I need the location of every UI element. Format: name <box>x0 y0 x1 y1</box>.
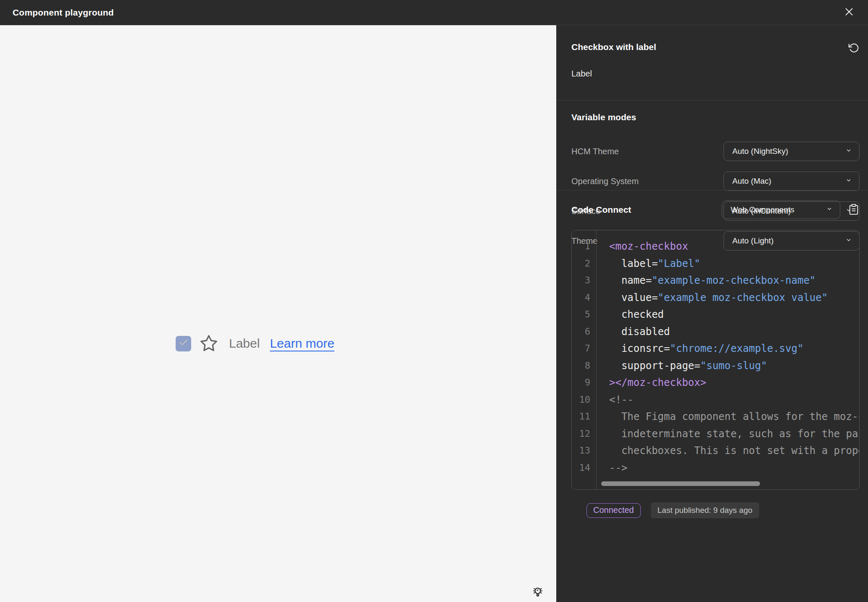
code-token: = <box>694 360 700 372</box>
code-token: "example-moz-checkbox-name" <box>652 275 815 286</box>
code-line: ></moz-checkbox> <box>609 374 859 391</box>
code-language-select[interactable]: Web Components <box>722 201 840 219</box>
code-line-number: 10 <box>572 391 596 409</box>
code-snippet-box: 1234567891011121314 <moz-checkbox label=… <box>571 230 860 490</box>
code-token: name <box>609 275 646 286</box>
code-line-number: 5 <box>572 306 596 323</box>
code-token: iconsrc <box>609 343 664 354</box>
code-token: disabled <box>609 326 670 338</box>
code-line-number: 13 <box>572 442 596 459</box>
learn-more-link[interactable]: Learn more <box>270 336 334 351</box>
copy-code-button[interactable] <box>848 203 860 217</box>
component-title: Checkbox with label <box>571 42 656 52</box>
code-connect-footer: Connected Last published: 9 days ago <box>571 490 860 518</box>
last-published-badge: Last published: 9 days ago <box>651 502 759 518</box>
clipboard-icon <box>848 203 860 217</box>
code-token: = <box>652 258 658 269</box>
code-line-number: 7 <box>572 340 596 357</box>
code-line-number: 9 <box>572 374 596 391</box>
select-value: Web Components <box>731 205 794 214</box>
code-token: indeterminate state, such as for the par <box>609 428 859 440</box>
select-value: Auto (Mac) <box>732 177 771 186</box>
code-token: "chrome://example.svg" <box>670 343 804 354</box>
mode-row-operating-system: Operating System Auto (Mac) <box>571 172 860 191</box>
mode-label: Operating System <box>571 177 639 186</box>
code-line-numbers: 1234567891011121314 <box>572 230 597 489</box>
checkmark-icon <box>179 338 189 349</box>
code-token: <!-- <box>609 394 634 406</box>
code-line: checkboxes. This is not set with a prope <box>609 442 859 459</box>
close-button[interactable] <box>843 6 855 19</box>
code-token: ></moz-checkbox> <box>609 377 706 388</box>
code-line-number: 6 <box>572 323 596 341</box>
code-token: --> <box>609 462 627 474</box>
mode-row-hcm-theme: HCM Theme Auto (NightSky) <box>571 142 860 161</box>
mode-label: HCM Theme <box>571 147 619 156</box>
code-connect-section: Code Connect Web Components <box>556 190 868 602</box>
component-canvas: Label Learn more <box>0 25 556 602</box>
code-token: label <box>609 258 652 269</box>
code-content: <moz-checkbox label="Label" name="exampl… <box>597 230 859 489</box>
code-token: = <box>652 292 658 304</box>
code-line-number: 2 <box>572 255 596 272</box>
hcm-theme-select[interactable]: Auto (NightSky) <box>723 142 860 161</box>
code-line-number: 3 <box>572 272 596 289</box>
code-connect-heading: Code Connect <box>571 205 722 215</box>
preview-checkbox-label: Label <box>229 336 260 351</box>
code-horizontal-scrollbar[interactable] <box>601 481 760 486</box>
code-line: disabled <box>609 323 859 341</box>
code-token: <moz-checkbox <box>609 240 688 252</box>
code-line-number: 14 <box>572 459 596 477</box>
code-line: The Figma component allows for the moz-c… <box>609 408 859 425</box>
chevron-down-icon <box>846 177 852 185</box>
code-token: "example moz-checkbox value" <box>658 292 828 304</box>
code-line: label="Label" <box>609 255 859 272</box>
reset-icon <box>848 42 860 55</box>
star-icon <box>200 334 218 353</box>
close-icon <box>844 6 855 18</box>
select-value: Auto (NightSky) <box>732 147 788 156</box>
component-label-text: Label <box>571 69 860 79</box>
code-line: name="example-moz-checkbox-name" <box>609 272 859 289</box>
variable-modes-heading: Variable modes <box>571 112 860 122</box>
connected-status-badge[interactable]: Connected <box>587 503 641 518</box>
code-token: checkboxes. This is not set with a prope <box>609 445 859 457</box>
code-line: value="example moz-checkbox value" <box>609 289 859 306</box>
operating-system-select[interactable]: Auto (Mac) <box>723 172 860 191</box>
code-token: value <box>609 292 652 304</box>
code-token: The Figma component allows for the moz-c… <box>609 411 859 422</box>
code-token: support-page <box>609 360 694 372</box>
panel-header: Checkbox with label Label <box>556 25 868 100</box>
code-line-number: 8 <box>572 357 596 375</box>
chevron-down-icon <box>846 148 852 155</box>
code-line-number: 4 <box>572 289 596 306</box>
code-line: support-page="sumo-slug" <box>609 357 859 375</box>
reset-button[interactable] <box>848 42 860 55</box>
code-token: = <box>664 343 670 354</box>
code-line-number: 12 <box>572 425 596 443</box>
code-line: <moz-checkbox <box>609 238 859 255</box>
code-line: indeterminate state, such as for the par <box>609 425 859 443</box>
top-bar: Component playground <box>0 0 868 25</box>
lightbulb-icon[interactable] <box>531 584 544 599</box>
code-line: --> <box>609 459 859 477</box>
main-area: Label Learn more Checkbox with label <box>0 25 868 602</box>
code-token: "Label" <box>658 258 700 269</box>
chevron-down-icon <box>826 206 832 214</box>
code-line: <!-- <box>609 391 859 409</box>
code-token: = <box>646 275 652 286</box>
code-token: checked <box>609 309 664 320</box>
window-title: Component playground <box>13 8 114 18</box>
preview-checkbox[interactable] <box>176 336 191 351</box>
properties-panel: Checkbox with label Label Variable modes… <box>556 25 868 602</box>
code-line: iconsrc="chrome://example.svg" <box>609 340 859 357</box>
code-line-number: 1 <box>572 238 596 255</box>
checkbox-component-preview: Label Learn more <box>176 334 334 353</box>
variable-modes-section: Variable modes HCM Theme Auto (NightSky)… <box>556 100 868 190</box>
code-line: checked <box>609 306 859 323</box>
code-line-number: 11 <box>572 408 596 425</box>
code-token: "sumo-slug" <box>700 360 767 372</box>
